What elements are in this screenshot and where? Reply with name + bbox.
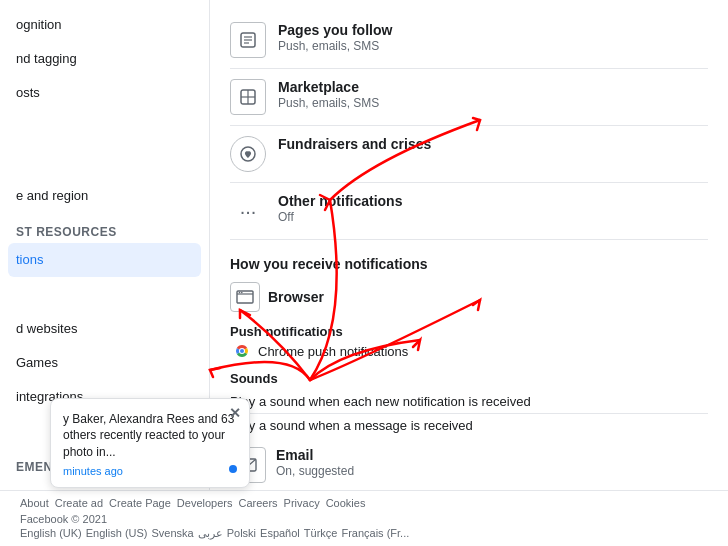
push-notifications-header: Push notifications	[230, 324, 708, 339]
lang-sv[interactable]: Svenska	[152, 527, 194, 540]
lang-current[interactable]: English (UK)	[20, 527, 82, 540]
sidebar-item-websites[interactable]: d websites	[0, 312, 209, 346]
other-title: Other notifications	[278, 193, 708, 209]
pages-title: Pages you follow	[278, 22, 708, 38]
lang-ar[interactable]: عربى	[198, 527, 223, 540]
footer-privacy[interactable]: Privacy	[284, 497, 320, 509]
fundraisers-icon	[230, 136, 266, 172]
footer-developers[interactable]: Developers	[177, 497, 233, 509]
footer-about[interactable]: About	[20, 497, 49, 509]
other-icon: ···	[230, 193, 266, 229]
footer-careers[interactable]: Careers	[238, 497, 277, 509]
marketplace-sub: Push, emails, SMS	[278, 96, 708, 110]
email-row[interactable]: Email On, suggested	[230, 437, 708, 490]
notif-row-pages[interactable]: Pages you follow Push, emails, SMS	[230, 12, 708, 69]
footer: About Create ad Create Page Developers C…	[0, 490, 728, 546]
sidebar-section-resources: st resources	[0, 213, 209, 243]
sounds-item2: Play a sound when a message is received	[230, 414, 708, 437]
lang-pl[interactable]: Polski	[227, 527, 256, 540]
sidebar-item-posts[interactable]: osts	[0, 76, 209, 110]
main-content: Pages you follow Push, emails, SMS Marke…	[210, 0, 728, 490]
browser-icon	[230, 282, 260, 312]
pages-icon	[230, 22, 266, 58]
browser-row: Browser	[230, 282, 708, 312]
lang-tr[interactable]: Türkçe	[304, 527, 338, 540]
marketplace-icon	[230, 79, 266, 115]
other-sub: Off	[278, 210, 708, 224]
sidebar-item-games[interactable]: Games	[0, 346, 209, 380]
lang-options: English (UK) English (US) Svenska عربى P…	[20, 527, 708, 540]
notif-row-marketplace[interactable]: Marketplace Push, emails, SMS	[230, 69, 708, 126]
how-you-receive-header: How you receive notifications	[230, 256, 708, 272]
sidebar-item-blank3[interactable]	[0, 277, 209, 311]
svg-point-11	[241, 292, 243, 294]
sidebar-item-tagging[interactable]: nd tagging	[0, 42, 209, 76]
browser-label: Browser	[268, 289, 324, 305]
marketplace-title: Marketplace	[278, 79, 708, 95]
sounds-header: Sounds	[230, 371, 708, 386]
sounds-item1: Play a sound when each new notification …	[230, 390, 708, 414]
footer-links: About Create ad Create Page Developers C…	[20, 497, 708, 509]
footer-create-page[interactable]: Create Page	[109, 497, 171, 509]
popup-dot	[229, 465, 237, 473]
sidebar-item-notifications[interactable]: tions	[8, 243, 201, 277]
email-sub: On, suggested	[276, 464, 354, 478]
chrome-push-row[interactable]: Chrome push notifications	[234, 343, 708, 359]
popup-text: y Baker, Alexandra Rees and 63 others re…	[63, 411, 237, 461]
lang-es[interactable]: Español	[260, 527, 300, 540]
notif-row-fundraisers[interactable]: Fundraisers and crises	[230, 126, 708, 183]
chrome-icon	[234, 343, 250, 359]
popup-time: minutes ago	[63, 465, 237, 477]
notification-popup: ✕ y Baker, Alexandra Rees and 63 others …	[50, 398, 250, 488]
svg-point-10	[239, 292, 241, 294]
popup-close-button[interactable]: ✕	[229, 405, 241, 421]
svg-point-14	[240, 349, 244, 353]
chrome-push-label: Chrome push notifications	[258, 344, 408, 359]
sidebar-item-blank1[interactable]	[0, 111, 209, 145]
footer-create-ad[interactable]: Create ad	[55, 497, 103, 509]
footer-copyright: Facebook © 2021	[20, 513, 708, 525]
lang-fr[interactable]: Français (Fr...	[341, 527, 409, 540]
footer-cookies[interactable]: Cookies	[326, 497, 366, 509]
sidebar-item-recognition[interactable]: ognition	[0, 8, 209, 42]
email-label: Email	[276, 447, 354, 463]
notif-row-other[interactable]: ··· Other notifications Off	[230, 183, 708, 240]
pages-sub: Push, emails, SMS	[278, 39, 708, 53]
sidebar-item-blank2[interactable]	[0, 145, 209, 179]
sidebar-item-lang-region[interactable]: e and region	[0, 179, 209, 213]
fundraisers-title: Fundraisers and crises	[278, 136, 708, 152]
lang-en-us[interactable]: English (US)	[86, 527, 148, 540]
